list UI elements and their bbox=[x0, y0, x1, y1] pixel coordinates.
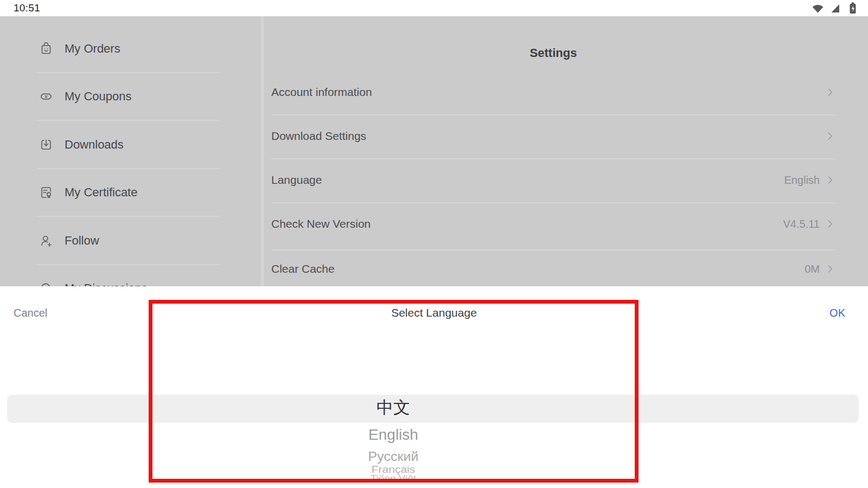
panel-divider bbox=[261, 16, 264, 286]
chevron-right-icon bbox=[825, 131, 835, 142]
settings-row-account-information[interactable]: Account information bbox=[271, 80, 835, 104]
sidebar-item-label: Downloads bbox=[65, 138, 124, 152]
settings-divider bbox=[271, 114, 835, 115]
wifi-icon bbox=[811, 2, 825, 15]
language-option-english[interactable]: English bbox=[149, 426, 637, 444]
sidebar-item-my-coupons[interactable]: ¥ My Coupons bbox=[0, 80, 261, 113]
sidebar-item-downloads[interactable]: Downloads bbox=[0, 129, 261, 161]
settings-divider bbox=[271, 249, 835, 251]
coupon-icon: ¥ bbox=[38, 88, 54, 105]
settings-row-clear-cache[interactable]: Clear Cache 0M bbox=[271, 257, 835, 281]
sidebar-item-my-discussions[interactable]: My Discussions bbox=[0, 272, 261, 286]
chevron-right-icon bbox=[825, 264, 835, 274]
language-option-russian[interactable]: Русский bbox=[149, 450, 637, 464]
settings-row-value: 0M bbox=[805, 263, 820, 275]
chevron-right-icon bbox=[825, 219, 835, 229]
settings-row-label: Check New Version bbox=[271, 217, 371, 230]
sidebar-item-label: Follow bbox=[65, 234, 99, 248]
settings-divider bbox=[271, 158, 835, 159]
shopping-bag-icon bbox=[38, 41, 54, 57]
status-time: 10:51 bbox=[14, 0, 40, 16]
screen: 10:51 bbox=[0, 0, 868, 488]
chevron-right-icon bbox=[825, 175, 835, 185]
svg-text:¥: ¥ bbox=[44, 93, 48, 99]
status-bar: 10:51 bbox=[0, 0, 868, 16]
discussion-icon bbox=[38, 280, 54, 286]
settings-row-value: V4.5.11 bbox=[783, 218, 820, 230]
signal-icon bbox=[828, 2, 841, 15]
sidebar-divider bbox=[37, 120, 220, 121]
sidebar-divider bbox=[37, 264, 220, 265]
settings-divider bbox=[271, 202, 835, 203]
ok-button[interactable]: OK bbox=[829, 305, 845, 321]
settings-row-label: Download Settings bbox=[271, 130, 366, 143]
settings-row-download-settings[interactable]: Download Settings bbox=[271, 124, 835, 148]
page-title: Settings bbox=[271, 41, 835, 65]
sidebar-item-label: My Discussions bbox=[65, 281, 148, 286]
download-icon bbox=[38, 137, 54, 153]
settings-row-label: Language bbox=[271, 174, 322, 187]
sidebar-divider bbox=[37, 216, 220, 217]
dialog-title: Select Language bbox=[0, 305, 868, 321]
status-icons bbox=[811, 0, 858, 16]
language-picker-dialog: Cancel Select Language OK 中文 English Рус… bbox=[0, 286, 868, 488]
settings-row-value: English bbox=[784, 174, 820, 187]
modal-scrim[interactable]: My Orders ¥ My Coupons bbox=[0, 16, 868, 286]
sidebar-item-label: My Coupons bbox=[65, 89, 132, 104]
certificate-icon bbox=[38, 184, 54, 201]
settings-row-language[interactable]: Language English bbox=[271, 168, 835, 192]
chevron-right-icon bbox=[825, 87, 835, 98]
sidebar-item-my-certificate[interactable]: My Certificate bbox=[0, 176, 261, 209]
sidebar-divider bbox=[37, 72, 220, 73]
settings-row-check-new-version[interactable]: Check New Version V4.5.11 bbox=[271, 212, 835, 236]
language-option-chinese[interactable]: 中文 bbox=[149, 396, 637, 419]
sidebar-item-follow[interactable]: Follow bbox=[0, 224, 261, 257]
sidebar-item-my-orders[interactable]: My Orders bbox=[0, 33, 261, 65]
sidebar-item-label: My Orders bbox=[65, 42, 120, 56]
settings-row-label: Account information bbox=[271, 86, 372, 99]
language-option-partial[interactable]: Tiếng Việt bbox=[149, 474, 637, 479]
sidebar-divider bbox=[37, 168, 220, 169]
follow-user-icon bbox=[38, 233, 54, 249]
battery-charging-icon bbox=[845, 1, 858, 15]
sidebar-item-label: My Certificate bbox=[65, 185, 137, 200]
settings-row-label: Clear Cache bbox=[271, 262, 335, 275]
